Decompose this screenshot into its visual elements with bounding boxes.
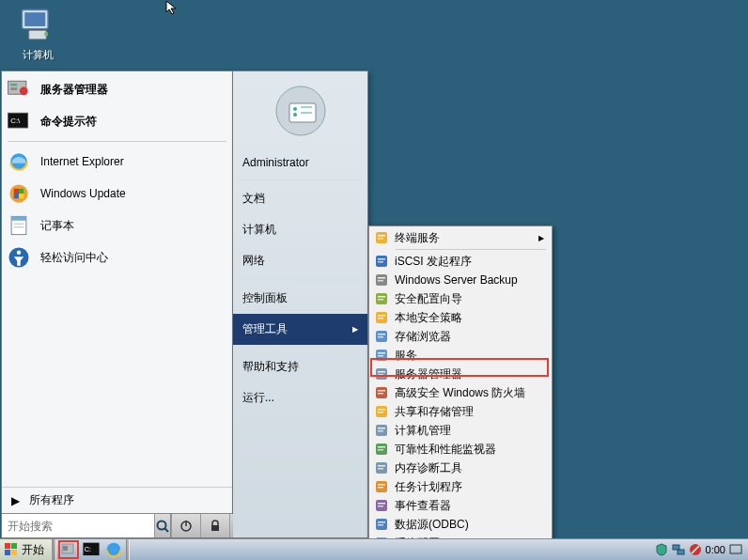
svg-rect-42 [378,280,383,282]
app-winupdate[interactable]: Windows Update [2,178,232,210]
svg-rect-98 [673,545,679,550]
start-label: 开始 [22,542,44,558]
submenu-label: 事件查看器 [395,498,451,514]
svg-rect-99 [678,550,684,554]
submenu-item[interactable]: Windows Server Backup [371,271,550,289]
submenu-item[interactable]: iSCSI 发起程序 [371,252,550,271]
app-ie[interactable]: Internet Explorer [2,146,232,178]
svg-rect-38 [378,258,385,260]
svg-rect-41 [378,277,385,279]
ql-ie[interactable] [103,540,124,559]
lock-button[interactable] [200,514,229,537]
app-notepad[interactable]: 记事本 [2,210,232,241]
submenu-item[interactable]: 高级安全 Windows 防火墙 [371,383,550,402]
submenu-item[interactable]: 安全配置向导 [371,289,550,308]
desktop-icon-computer[interactable]: 计算机 [9,5,66,62]
submenu-label: 本地安全策略 [395,310,462,326]
tool-icon [372,272,391,288]
svg-rect-27 [211,525,219,531]
tray-clock[interactable]: 0:00 [706,544,725,555]
separator [396,249,546,250]
rcol-run[interactable]: 运行... [233,382,367,413]
submenu-item[interactable]: 内存诊断工具 [371,459,550,477]
tool-icon [372,385,391,400]
app-cmd[interactable]: C:\命令提示符 [2,105,232,137]
svg-point-22 [17,251,21,255]
cursor-icon [165,0,180,15]
submenu-item[interactable]: 存储浏览器 [371,327,550,346]
start-button[interactable]: 开始 [0,539,53,560]
tray-security-icon[interactable] [655,543,668,556]
svg-rect-13 [14,189,19,194]
rcol-admin[interactable]: Administrator [233,148,367,177]
submenu-item[interactable]: 事件查看器 [371,496,550,515]
svg-point-32 [293,113,297,117]
app-server-manager[interactable]: 服务器管理器 [2,73,232,105]
arrow-right-icon: ▶ [352,325,358,334]
submenu-item[interactable]: 计算机管理 [371,421,550,440]
app-label: 记事本 [40,218,74,234]
notepad-icon [6,212,32,239]
rcol-control-panel[interactable]: 控制面板 [233,283,367,314]
rcol-admin-tools[interactable]: 管理工具▶ [233,314,367,345]
ql-server-manager[interactable] [58,540,79,559]
app-label: Internet Explorer [40,155,124,168]
app-label: 命令提示符 [40,114,97,130]
app-ease[interactable]: 轻松访问中心 [2,241,232,273]
svg-rect-68 [378,446,385,448]
svg-rect-78 [378,506,383,507]
rcol-network[interactable]: 网络 [233,245,367,276]
svg-rect-88 [5,543,10,549]
ql-cmd[interactable]: C: [81,540,101,559]
submenu-item[interactable]: 服务器管理器 [371,365,550,383]
submenu-item[interactable]: 可靠性和性能监视器 [371,440,550,459]
svg-rect-45 [378,299,383,301]
lock-icon [209,520,222,533]
arrow-right-icon: ▶ [538,234,544,242]
search-button[interactable] [154,514,170,537]
submenu-item[interactable]: 共享和存储管理 [371,402,550,421]
separator [126,539,130,560]
svg-point-7 [20,86,28,95]
submenu-item[interactable]: 终端服务▶ [371,228,550,247]
svg-rect-102 [730,545,741,553]
app-label: Windows Update [40,187,126,200]
submenu-label: Windows Server Backup [395,273,518,287]
power-button[interactable] [171,514,200,537]
svg-rect-1 [24,12,45,26]
separator [239,279,362,280]
svg-rect-36 [378,238,383,240]
submenu-item[interactable]: 本地安全策略 [371,308,550,327]
search-input[interactable] [2,514,154,537]
svg-rect-77 [378,503,385,505]
windows-flag-icon [4,542,19,557]
tray-volume-icon[interactable] [689,543,702,556]
arrow-right-icon: ▶ [11,494,20,507]
all-programs[interactable]: ▶所有程序 [2,487,232,513]
svg-rect-50 [378,334,385,335]
svg-rect-35 [378,235,385,237]
submenu-item[interactable]: 数据源(ODBC) [371,515,550,534]
tool-icon [372,404,391,419]
rcol-documents[interactable]: 文档 [233,183,367,214]
submenu-label: 可靠性和性能监视器 [395,442,496,458]
ie-icon [6,148,32,175]
cmd-icon: C: [81,539,101,560]
search-row: ▶ [2,513,232,537]
svg-rect-47 [378,315,385,317]
rcol-help[interactable]: 帮助和支持 [233,351,367,382]
svg-rect-90 [5,550,10,555]
submenu-label: 计算机管理 [395,423,451,439]
computer-icon [17,5,58,46]
svg-rect-74 [378,484,385,486]
power-icon [179,520,193,533]
tray-network-icon[interactable] [672,543,685,556]
svg-rect-14 [19,189,23,194]
svg-rect-93 [63,546,68,551]
submenu-item[interactable]: 任务计划程序 [371,477,550,496]
submenu-label: 服务 [395,348,417,364]
submenu-item[interactable]: 服务 [371,346,550,365]
rcol-computer[interactable]: 计算机 [233,214,367,245]
show-desktop-icon[interactable] [729,543,742,556]
svg-rect-2 [29,31,46,39]
